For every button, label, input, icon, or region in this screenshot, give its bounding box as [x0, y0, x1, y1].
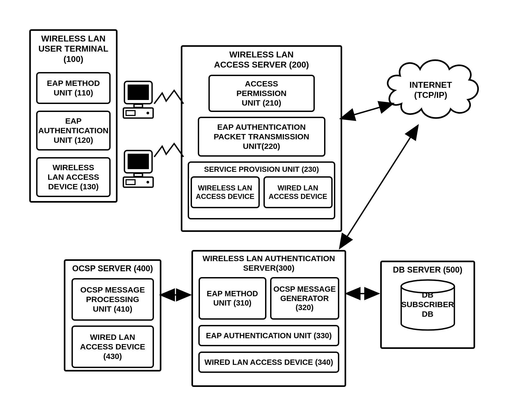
auth-wired-lan-access-device-340: WIRED LAN ACCESS DEVICE (340)	[198, 352, 339, 373]
arrow-access-server-internet	[340, 100, 395, 126]
wlan-access-device-label: WIRELESS LAN ACCESS DEVICE (130)	[48, 163, 99, 191]
svg-line-12	[342, 104, 392, 118]
svg-point-11	[146, 181, 149, 183]
db-server-box: DB SERVER (500) DB SUBSCRIBER DB	[380, 261, 475, 349]
access-permission-label: ACCESS PERMISSION UNIT (210)	[236, 79, 286, 108]
db-cylinder-label: DB SUBSCRIBER DB	[393, 290, 462, 319]
arrow-ocsp-auth-server	[160, 291, 191, 299]
eap-method-unit-label: EAP METHOD UNIT (110)	[47, 78, 100, 98]
ocsp-gen-label: OCSP MESSAGE GENERATOR (320)	[273, 285, 336, 312]
svg-rect-4	[126, 111, 135, 115]
service-wired-dev-label: WIRED LAN ACCESS DEVICE	[269, 184, 327, 201]
ocsp-server-box: OCSP SERVER (400) OCSP MESSAGE PROCESSIN…	[64, 259, 161, 371]
wireless-link-icon	[154, 144, 183, 160]
auth-wired-dev-label: WIRED LAN ACCESS DEVICE (340)	[204, 358, 333, 367]
ocsp-message-generator-320: OCSP MESSAGE GENERATOR (320)	[270, 277, 339, 320]
ocsp-message-processing-unit-410: OCSP MESSAGE PROCESSING UNIT (410)	[72, 278, 154, 321]
auth-eap-method-label: EAP METHOD UNIT (310)	[207, 289, 258, 308]
svg-rect-8	[134, 173, 143, 177]
access-server-title: WIRELESS LAN ACCESS SERVER (200)	[214, 49, 309, 70]
svg-rect-10	[126, 180, 135, 185]
ocsp-title: OCSP SERVER (400)	[72, 264, 153, 273]
ocsp-wired-lan-access-device-430: WIRED LAN ACCESS DEVICE (430)	[72, 325, 154, 368]
auth-server-title: WIRELESS LAN AUTHENTICATION SERVER(300)	[203, 254, 335, 273]
wireless-link-icon	[154, 90, 183, 106]
auth-eap-auth-label: EAP AUTHENTICATION UNIT (330)	[206, 331, 332, 340]
service-wired-access-device: WIRED LAN ACCESS DEVICE	[263, 176, 333, 208]
eap-method-unit-110: EAP METHOD UNIT (110)	[36, 72, 111, 104]
access-permission-unit-210: ACCESS PERMISSION UNIT (210)	[208, 75, 315, 112]
eap-pkt-tx-label: EAP AUTHENTICATION PACKET TRANSMISSION U…	[214, 122, 309, 151]
terminal-title: WIRELESS LAN USER TERMINAL (100)	[38, 34, 108, 64]
eap-packet-tx-unit-220: EAP AUTHENTICATION PACKET TRANSMISSION U…	[198, 117, 325, 157]
arrow-auth-server-db-server	[345, 290, 380, 298]
arrow-internet-auth-server	[338, 125, 420, 250]
auth-eap-method-unit-310: EAP METHOD UNIT (310)	[199, 277, 266, 320]
svg-rect-2	[134, 104, 143, 107]
service-provision-unit-230: SERVICE PROVISION UNIT (230) WIRELESS LA…	[188, 161, 335, 219]
svg-rect-1	[128, 85, 149, 100]
eap-authentication-unit-120: EAP AUTHENTICATION UNIT (120)	[36, 111, 111, 151]
wireless-lan-access-server-box: WIRELESS LAN ACCESS SERVER (200) ACCESS …	[181, 45, 342, 232]
computer-icon	[120, 149, 157, 191]
ocsp-wired-dev-label: WIRED LAN ACCESS DEVICE (430)	[80, 332, 145, 361]
db-server-title: DB SERVER (500)	[393, 265, 462, 275]
internet-label: INTERNET (TCP/IP)	[401, 80, 460, 100]
wireless-lan-access-device-130: WIRELESS LAN ACCESS DEVICE (130)	[36, 157, 111, 197]
svg-line-13	[340, 126, 417, 247]
wireless-lan-auth-server-box: WIRELESS LAN AUTHENTICATION SERVER(300) …	[191, 250, 346, 387]
service-provision-label: SERVICE PROVISION UNIT (230)	[204, 165, 319, 174]
computer-icon	[120, 80, 157, 122]
svg-point-5	[146, 112, 149, 114]
service-wlan-dev-label: WIRELESS LAN ACCESS DEVICE	[196, 184, 254, 201]
service-wlan-access-device: WIRELESS LAN ACCESS DEVICE	[191, 176, 260, 208]
ocsp-msg-proc-label: OCSP MESSAGE PROCESSING UNIT (410)	[80, 285, 145, 314]
eap-auth-unit-label: EAP AUTHENTICATION UNIT (120)	[38, 116, 108, 145]
wireless-lan-user-terminal-box: WIRELESS LAN USER TERMINAL (100) EAP MET…	[29, 29, 118, 203]
auth-eap-authentication-unit-330: EAP AUTHENTICATION UNIT (330)	[198, 325, 339, 346]
svg-rect-7	[128, 154, 149, 169]
